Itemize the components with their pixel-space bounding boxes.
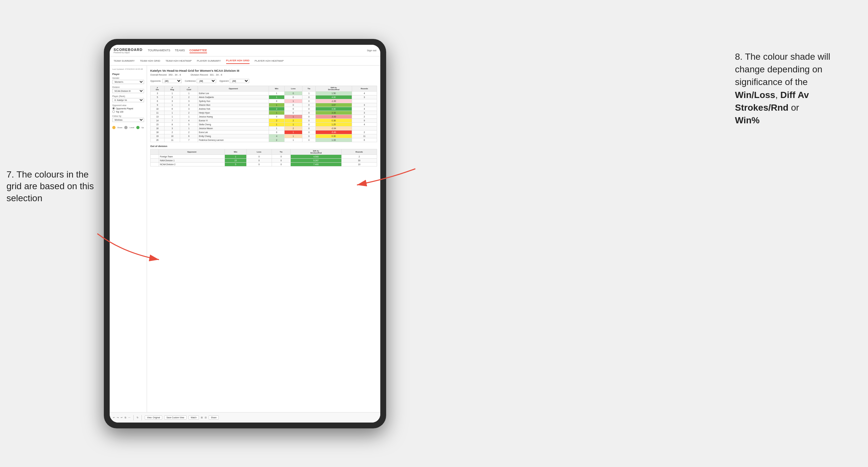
- cell-div: 19: [151, 134, 164, 138]
- refresh-icon[interactable]: ↻: [136, 416, 138, 419]
- cell-div: 13: [151, 115, 164, 119]
- th-reg: #Reg: [164, 86, 180, 92]
- watch-btn[interactable]: Watch: [188, 415, 199, 419]
- cell-loss: 0: [284, 95, 302, 99]
- th-foreign-rounds: Rounds: [341, 149, 377, 155]
- cell-opponent: Euna Lee: [197, 130, 269, 134]
- cell-div: 15: [151, 123, 164, 127]
- cell-rounds: 9: [352, 119, 377, 123]
- opponent-filter-select[interactable]: (All): [230, 79, 249, 83]
- table-row: 10 6 3 Andrea York 2 0 0 4.00 4: [151, 107, 377, 111]
- cell-loss: 0: [284, 92, 302, 95]
- annotation-right: 8. The colour shade will change dependin…: [735, 50, 858, 127]
- cell-tie: 0: [303, 130, 316, 134]
- table-row: 15 8 5 Stella Cheng 1 1 0 1.25 4: [151, 123, 377, 127]
- gender-label: Gender: [112, 77, 144, 79]
- sub-nav-player-summary[interactable]: PLAYER SUMMARY: [197, 58, 221, 64]
- redo-icon[interactable]: ↪: [117, 416, 119, 419]
- view-original-btn[interactable]: View: Original: [145, 415, 162, 419]
- save-custom-btn[interactable]: Save Custom View: [164, 415, 187, 419]
- cell-rounds: 3: [352, 111, 377, 115]
- cell-diff: 4.00: [316, 107, 352, 111]
- cell-loss: 0: [284, 103, 302, 107]
- cell-opponent: Andrea York: [197, 107, 269, 111]
- cell-opponent: Emily Chang: [197, 134, 269, 138]
- table-row: 13 1 1 Jessica Huang 0 1 0 -3.00 2: [151, 115, 377, 119]
- cell-diff: 9.267: [290, 159, 341, 163]
- up-label: Up: [142, 127, 144, 128]
- cell-win: 1: [269, 111, 284, 115]
- cell-rounds: 2: [352, 130, 377, 134]
- table-row: 19 10 6 Emily Chang 4 1 0 0.30 11: [151, 134, 377, 138]
- sign-out[interactable]: Sign out: [367, 49, 376, 52]
- cell-tie: 0: [303, 138, 316, 142]
- other-icon[interactable]: ⋯: [128, 416, 130, 419]
- cell-diff: -1.00: [316, 99, 352, 103]
- sub-nav-team-summary[interactable]: TEAM SUMMARY: [114, 58, 135, 64]
- sub-nav-player-h2h-heatmap[interactable]: PLAYER H2H HEATMAP: [255, 58, 284, 64]
- undo2-icon[interactable]: ↩: [121, 416, 123, 419]
- cell-loss: 1: [284, 134, 302, 138]
- nav-committee[interactable]: COMMITTEE: [189, 48, 207, 53]
- cell-tie: 0: [303, 103, 316, 107]
- cell-rounds: 3: [352, 103, 377, 107]
- cell-loss: 2: [284, 127, 302, 130]
- cell-opponent: Sharon Mun: [197, 103, 269, 107]
- nav-teams[interactable]: TEAMS: [175, 48, 185, 53]
- sub-nav-team-h2h-grid[interactable]: TEAM H2H GRID: [140, 58, 160, 64]
- conference-filter-select[interactable]: (All): [197, 79, 216, 83]
- cell-rounds: 30: [341, 159, 377, 163]
- cell-opponent: Heejo Hyun: [197, 111, 269, 115]
- cell-loss: 1: [284, 115, 302, 119]
- table-row: 3 1 1 Esther Lee 1 0 1 1.50 4: [151, 92, 377, 95]
- cell-win: 0: [269, 130, 284, 134]
- cell-diff: 4.00: [316, 95, 352, 99]
- cell-conf: 2: [180, 111, 197, 115]
- annotation-bold-winloss: Win/Loss: [735, 90, 775, 100]
- cell-win: 0: [269, 99, 284, 103]
- cell-div: 3: [151, 92, 164, 95]
- share-btn[interactable]: Share: [209, 415, 219, 419]
- nav-tournaments[interactable]: TOURNAMENTS: [148, 48, 170, 53]
- cell-reg: 3: [164, 127, 180, 130]
- cell-conf: 1: [180, 92, 197, 95]
- opponents-filter-select[interactable]: (All): [162, 79, 182, 83]
- cell-rounds: 11: [352, 134, 377, 138]
- cell-blank: [151, 163, 159, 166]
- radio-top100[interactable]: Top 100: [112, 110, 144, 113]
- table-row: NAIA Division 1 15 0 0 9.267 30: [151, 159, 377, 163]
- cell-opponent: Eunice Yi: [197, 119, 269, 123]
- cell-win: 1: [269, 127, 284, 130]
- cell-win: 2: [269, 138, 284, 142]
- sub-nav-player-h2h-grid[interactable]: PLAYER H2H GRID: [226, 58, 250, 64]
- player-rank-label: Player (Rank): [112, 95, 144, 97]
- player-rank-select[interactable]: 8. Katelyn Vo: [112, 98, 144, 102]
- copy-icon[interactable]: ⧉: [125, 416, 126, 419]
- cell-diff: -0.94: [316, 127, 352, 130]
- cell-diff: -5.00: [316, 130, 352, 134]
- cell-win: 2: [269, 107, 284, 111]
- cell-reg: 7: [164, 119, 180, 123]
- gender-select[interactable]: Women's: [112, 80, 144, 84]
- sub-nav-team-h2h-heatmap[interactable]: TEAM H2H HEATMAP: [165, 58, 192, 64]
- colour-by-select[interactable]: Win/loss: [112, 118, 144, 122]
- table-row: NCAA Division 2 5 0 0 7.400 10: [151, 163, 377, 166]
- th-foreign-opponent: Opponent: [159, 149, 225, 155]
- cell-loss: 2: [284, 119, 302, 123]
- data-area: Katelyn Vo Head-to-Head Grid for Women's…: [147, 66, 380, 412]
- last-updated: Last Updated: 27/03/2024 16:55:38: [112, 68, 144, 70]
- radio-opponents-played[interactable]: Opponents Played: [112, 107, 144, 110]
- opponent-view-group: Opponents Played Top 100: [112, 107, 144, 113]
- filter-row: Opponents: (All) Conference (All) Oppone…: [150, 79, 377, 83]
- cell-tie: 0: [303, 127, 316, 130]
- cell-win: 4: [269, 134, 284, 138]
- th-diff: Diff AvStrokes/Rnd: [316, 86, 352, 92]
- table-row: Foreign Team 1 0 0 4.500 2: [151, 155, 377, 159]
- cell-tie: 0: [303, 115, 316, 119]
- undo-icon[interactable]: ↩: [113, 416, 115, 419]
- cell-div: 5: [151, 95, 164, 99]
- division-select[interactable]: NCAA Division III: [112, 89, 144, 93]
- cell-rounds: 6: [352, 138, 377, 142]
- cell-rounds: 10: [341, 163, 377, 166]
- cell-rounds: 2: [352, 115, 377, 119]
